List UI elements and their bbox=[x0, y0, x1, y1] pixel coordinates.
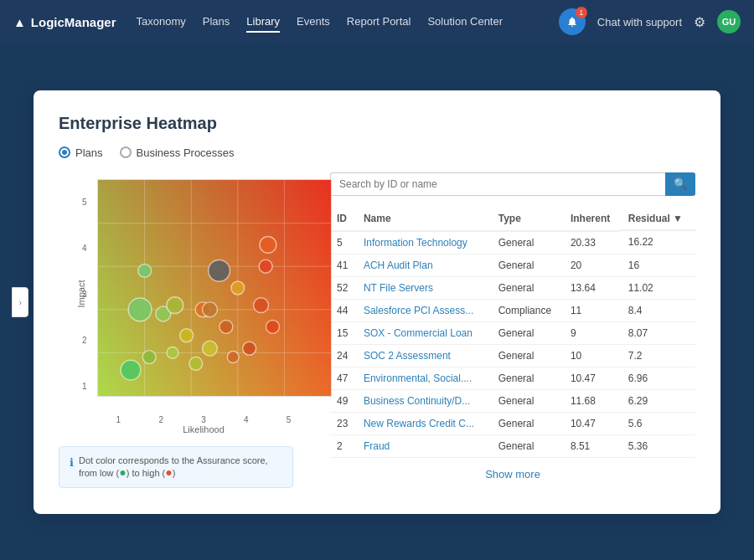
notification-bell[interactable]: 1 bbox=[559, 8, 586, 35]
x-axis-ticks: 12345 bbox=[97, 415, 310, 424]
legend-low-dot: ● bbox=[119, 465, 126, 479]
table-row: 15SOX - Commercial LoanGeneral98.07 bbox=[330, 321, 695, 344]
cell-inherent: 8.51 bbox=[564, 434, 622, 457]
svg-point-23 bbox=[121, 360, 141, 380]
cell-residual: 6.96 bbox=[622, 367, 695, 389]
cell-id: 5 bbox=[330, 231, 357, 254]
cell-name[interactable]: SOC 2 Assessment bbox=[357, 344, 492, 367]
cell-inherent: 11 bbox=[564, 299, 622, 321]
radio-plans[interactable]: Plans bbox=[59, 146, 103, 159]
cell-id: 15 bbox=[330, 321, 357, 344]
user-avatar[interactable]: GU bbox=[717, 10, 741, 33]
cell-inherent: 10.47 bbox=[564, 412, 622, 434]
table-row: 2FraudGeneral8.515.36 bbox=[330, 434, 695, 457]
cell-name[interactable]: Fraud bbox=[357, 434, 492, 457]
search-button[interactable]: 🔍 bbox=[665, 172, 695, 196]
y-axis-ticks: 12345 bbox=[82, 179, 87, 409]
radio-dot-plans bbox=[59, 146, 70, 158]
cell-id: 41 bbox=[330, 254, 357, 276]
cell-name[interactable]: Business Continuity/D... bbox=[357, 389, 492, 412]
notification-badge: 1 bbox=[576, 7, 587, 18]
settings-icon[interactable]: ⚙ bbox=[694, 14, 705, 30]
svg-point-13 bbox=[180, 328, 194, 342]
heatmap[interactable] bbox=[97, 179, 332, 397]
show-more-button[interactable]: Show more bbox=[330, 458, 695, 491]
svg-point-18 bbox=[227, 351, 239, 362]
cell-name[interactable]: Environmental, Social.... bbox=[357, 367, 492, 389]
sidebar-toggle[interactable]: › bbox=[12, 287, 28, 317]
cell-residual: 7.2 bbox=[622, 344, 695, 367]
svg-point-19 bbox=[243, 342, 256, 355]
cell-name[interactable]: SOX - Commercial Loan bbox=[357, 321, 492, 344]
y-tick-3: 3 bbox=[82, 290, 87, 299]
search-input[interactable] bbox=[330, 172, 665, 196]
nav-link-events[interactable]: Events bbox=[297, 12, 330, 33]
logo[interactable]: ▲ LogicManager bbox=[13, 15, 116, 29]
logo-text: LogicManager bbox=[31, 15, 116, 29]
table-row: 52NT File ServersGeneral13.6411.02 bbox=[330, 276, 695, 299]
chat-support-link[interactable]: Chat with support bbox=[597, 16, 682, 28]
cell-residual: 8.4 bbox=[622, 299, 695, 321]
cell-inherent: 11.68 bbox=[564, 389, 622, 412]
svg-point-28 bbox=[203, 301, 218, 316]
cell-residual: 11.02 bbox=[622, 276, 695, 299]
col-inherent: Inherent bbox=[564, 208, 622, 231]
cell-name[interactable]: Information Technology bbox=[357, 231, 492, 254]
cell-name[interactable]: ACH Audit Plan bbox=[357, 254, 492, 276]
nav-link-plans[interactable]: Plans bbox=[203, 12, 230, 33]
table-row: 49Business Continuity/D...General11.686.… bbox=[330, 389, 695, 412]
y-tick-2: 2 bbox=[82, 336, 87, 345]
table-row: 23New Rewards Credit C...General10.475.6 bbox=[330, 412, 695, 434]
y-tick-4: 4 bbox=[82, 244, 87, 253]
cell-type: General bbox=[492, 389, 564, 412]
col-residual-▼[interactable]: Residual ▼ bbox=[622, 208, 695, 231]
x-tick-5: 5 bbox=[287, 415, 292, 424]
search-row: 🔍 bbox=[330, 172, 695, 196]
cell-type: General bbox=[492, 434, 564, 457]
radio-business-processes[interactable]: Business Processes bbox=[120, 146, 235, 159]
logo-icon: ▲ bbox=[13, 15, 26, 29]
cell-name[interactable]: NT File Servers bbox=[357, 276, 492, 299]
svg-point-30 bbox=[259, 259, 272, 273]
x-axis-label: Likelihood bbox=[97, 424, 310, 434]
x-tick-3: 3 bbox=[201, 415, 206, 424]
nav-link-library[interactable]: Library bbox=[246, 12, 280, 33]
legend-high-dot: ● bbox=[165, 465, 172, 479]
legend-text: Dot color corresponds to the Assurance s… bbox=[79, 455, 282, 479]
page-title: Enterprise Heatmap bbox=[59, 114, 695, 133]
nav-links: TaxonomyPlansLibraryEventsReport PortalS… bbox=[137, 12, 559, 33]
svg-point-27 bbox=[167, 296, 183, 313]
cell-inherent: 9 bbox=[564, 321, 622, 344]
svg-point-22 bbox=[138, 264, 152, 277]
nav-link-solution-center[interactable]: Solution Center bbox=[427, 12, 503, 33]
cell-type: General bbox=[492, 276, 564, 299]
cell-id: 24 bbox=[330, 344, 357, 367]
cell-type: General bbox=[492, 231, 564, 254]
cell-residual: 16 bbox=[622, 254, 695, 276]
main-area: › Enterprise Heatmap Plans Business Proc… bbox=[0, 44, 754, 560]
cell-residual: 16.22 bbox=[622, 231, 695, 254]
cell-type: General bbox=[492, 254, 564, 276]
table-row: 24SOC 2 AssessmentGeneral107.2 bbox=[330, 344, 695, 367]
navbar: ▲ LogicManager TaxonomyPlansLibraryEvent… bbox=[0, 0, 754, 44]
x-tick-2: 2 bbox=[158, 415, 163, 424]
table-row: 44Salesforce PCI Assess...Compliance118.… bbox=[330, 299, 695, 321]
svg-point-14 bbox=[219, 320, 233, 333]
col-name: Name bbox=[357, 208, 492, 231]
content-row: Impact 12345 bbox=[59, 172, 695, 491]
cell-inherent: 10.47 bbox=[564, 367, 622, 389]
nav-link-taxonomy[interactable]: Taxonomy bbox=[137, 12, 186, 33]
col-id: ID bbox=[330, 208, 357, 231]
cell-id: 23 bbox=[330, 412, 357, 434]
cell-residual: 5.6 bbox=[622, 412, 695, 434]
chart-wrapper: Impact 12345 bbox=[97, 179, 310, 434]
cell-name[interactable]: New Rewards Credit C... bbox=[357, 412, 492, 434]
cell-inherent: 10 bbox=[564, 344, 622, 367]
svg-point-10 bbox=[260, 236, 276, 253]
cell-id: 49 bbox=[330, 389, 357, 412]
cell-name[interactable]: Salesforce PCI Assess... bbox=[357, 299, 492, 321]
nav-link-report-portal[interactable]: Report Portal bbox=[347, 12, 411, 33]
cell-inherent: 20 bbox=[564, 254, 622, 276]
radio-dot-business bbox=[120, 146, 132, 158]
col-type: Type bbox=[492, 208, 564, 231]
